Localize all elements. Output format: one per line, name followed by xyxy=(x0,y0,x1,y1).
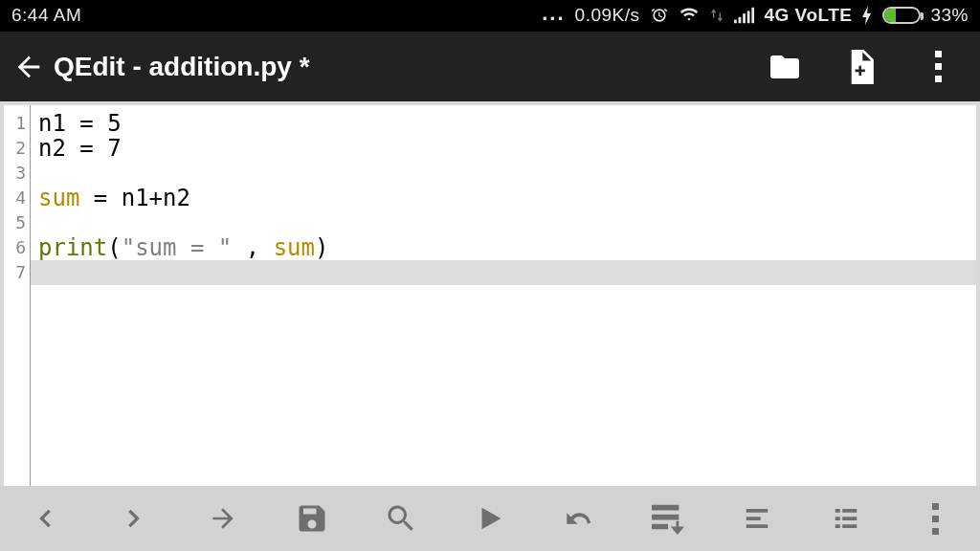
open-folder-button[interactable] xyxy=(766,48,804,86)
line-number: 2 xyxy=(4,136,26,161)
line-number: 1 xyxy=(4,111,26,136)
svg-rect-2 xyxy=(743,13,746,23)
code-line[interactable] xyxy=(38,161,976,186)
code-line[interactable]: n1 = 5 xyxy=(38,111,976,136)
line-number: 5 xyxy=(4,210,26,235)
format-button[interactable] xyxy=(728,495,786,542)
svg-rect-3 xyxy=(746,11,749,23)
app-bar: QEdit - addition.py * xyxy=(0,31,980,101)
code-line[interactable]: print("sum = " , sum) xyxy=(38,235,976,260)
toolbar-overflow-button[interactable] xyxy=(906,495,964,542)
line-number: 3 xyxy=(4,161,26,186)
battery-icon xyxy=(882,7,921,24)
svg-rect-1 xyxy=(738,17,741,23)
run-button[interactable] xyxy=(461,495,519,542)
data-arrows-icon xyxy=(709,6,724,25)
code-area[interactable]: n1 = 5n2 = 7 sum = n1+n2 print("sum = " … xyxy=(31,105,976,486)
new-file-button[interactable] xyxy=(842,48,880,86)
status-time: 6:44 AM xyxy=(11,5,81,26)
back-button[interactable] xyxy=(10,48,48,86)
network-tech: 4G VoLTE xyxy=(765,5,853,26)
search-button[interactable] xyxy=(372,495,430,542)
overflow-menu-button[interactable] xyxy=(919,48,957,86)
snippets-button[interactable] xyxy=(639,495,697,542)
code-line[interactable] xyxy=(38,260,976,285)
svg-rect-4 xyxy=(751,8,754,24)
code-line[interactable] xyxy=(38,210,976,235)
next-button[interactable] xyxy=(105,495,163,542)
status-bar: 6:44 AM ... 0.09K/s 4G VoLTE 33% xyxy=(0,0,980,31)
bottom-toolbar xyxy=(0,486,980,551)
wifi-icon xyxy=(679,6,700,25)
goto-button[interactable] xyxy=(194,495,252,542)
svg-rect-0 xyxy=(734,20,737,24)
charging-icon xyxy=(861,6,873,25)
line-number-gutter: 1234567 xyxy=(4,105,31,486)
app-title: QEdit - addition.py * xyxy=(54,52,310,82)
save-button[interactable] xyxy=(283,495,341,542)
line-number: 7 xyxy=(4,260,26,285)
signal-icon xyxy=(734,7,755,24)
alarm-icon xyxy=(650,6,669,25)
code-line[interactable]: n2 = 7 xyxy=(38,136,976,161)
prev-button[interactable] xyxy=(16,495,74,542)
code-line[interactable]: sum = n1+n2 xyxy=(38,186,976,210)
line-number: 6 xyxy=(4,235,26,260)
net-speed: 0.09K/s xyxy=(575,5,640,26)
undo-button[interactable] xyxy=(550,495,608,542)
settings-list-button[interactable] xyxy=(817,495,875,542)
battery-percent: 33% xyxy=(930,5,969,26)
line-number: 4 xyxy=(4,186,26,210)
code-editor[interactable]: 1234567 n1 = 5n2 = 7 sum = n1+n2 print("… xyxy=(0,101,980,486)
